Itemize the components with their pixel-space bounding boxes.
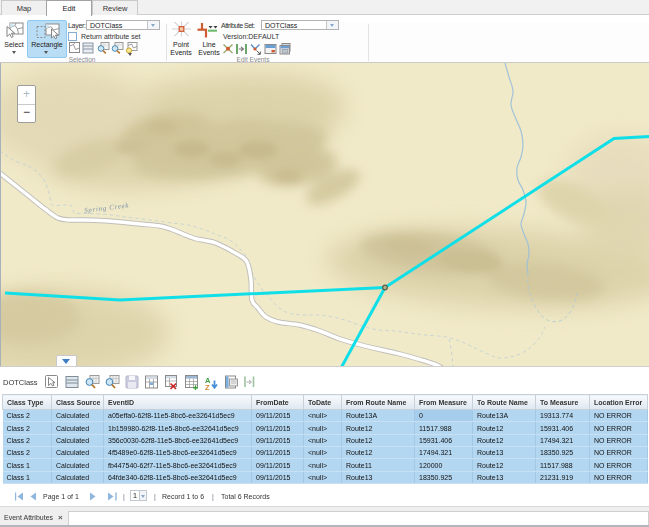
svg-text:Z: Z bbox=[205, 383, 210, 391]
